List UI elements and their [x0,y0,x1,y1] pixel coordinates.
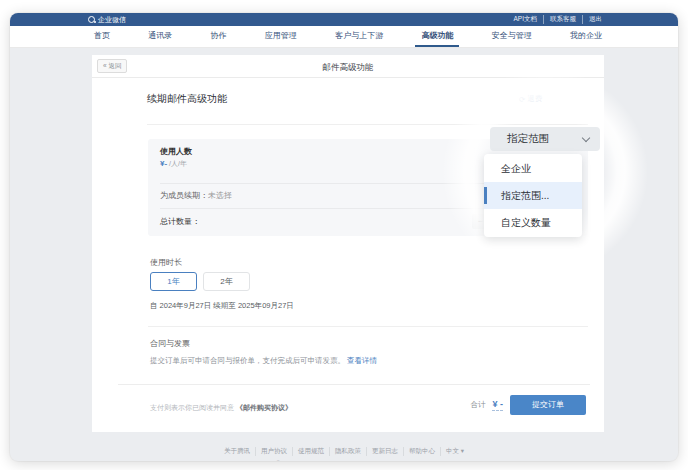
renew-heading: 续期邮件高级功能 [147,92,227,106]
api-docs-link[interactable]: API文档 [514,15,537,24]
duration-option-2year[interactable]: 2年 [203,272,250,291]
nav-item-home[interactable]: 首页 [88,26,116,47]
content-panel: « 返回 邮件高级功能 续期邮件高级功能 ⟳ 退费 使用人数 ¥- /人/年 为… [92,55,604,432]
logo-text: 企业微信 [98,15,126,25]
nav-item-customers[interactable]: 客户与上下游 [329,26,389,47]
scope-option-specified-range[interactable]: 指定范围... [484,182,582,209]
nav-item-my-company[interactable]: 我的企业 [564,26,608,47]
footer-link-user-agreement[interactable]: 用户协议 [255,447,287,456]
refresh-icon: ⟳ [519,95,525,104]
divider [118,384,590,385]
renew-period-text: 自 2024年9月27日 续期至 2025年09月27日 [150,301,294,311]
page-titlebar: « 返回 邮件高级功能 [92,55,604,78]
total-quantity-label: 总计数量： [160,216,200,227]
footer-link-language[interactable]: 中文 ▾ [440,447,464,456]
scope-option-whole-company[interactable]: 全企业 [484,155,582,182]
footer: 关于腾讯 用户协议 使用规范 隐私政策 更新日志 帮助中心 中文 ▾ © 199… [10,439,678,461]
usage-price: ¥- /人/年 [160,159,187,169]
scope-option-custom-quantity[interactable]: 自定义数量 [484,209,582,236]
scope-dropdown-value: 指定范围 [507,132,549,146]
wecom-logo: 企业微信 [88,15,126,25]
footer-link-changelog[interactable]: 更新日志 [366,447,398,456]
top-links: API文档 联系客服 退出 [514,15,602,24]
nav-item-app-management[interactable]: 应用管理 [259,26,303,47]
view-details-link[interactable]: 查看详情 [347,356,377,365]
footer-link-about[interactable]: 关于腾讯 [224,447,250,456]
purchase-agreement-link[interactable]: 《邮件购买协议》 [236,404,292,411]
submit-order-button[interactable]: 提交订单 [510,395,586,415]
top-bar: 企业微信 API文档 联系客服 退出 [10,13,678,26]
agreement-text: 支付则表示你已阅读并同意 《邮件购买协议》 [150,403,292,413]
duration-option-1year[interactable]: 1年 [150,272,197,291]
main-nav: 首页 通讯录 协作 应用管理 客户与上下游 高级功能 安全与管理 我的企业 [10,26,678,48]
divider [147,124,588,125]
member-renew-row[interactable]: 为成员续期：未选择 [160,190,232,201]
contract-invoice-desc: 提交订单后可申请合同与报价单，支付完成后可申请发票。 查看详情 [150,356,377,366]
usage-label: 使用人数 [160,146,192,157]
refund-link[interactable]: ⟳ 退费 [519,94,542,104]
member-renew-label: 为成员续期： [160,191,208,200]
nav-item-security[interactable]: 安全与管理 [486,26,538,47]
pay-summary: 合计 ¥ - 提交订单 [470,395,586,415]
footer-link-help-center[interactable]: 帮助中心 [403,447,435,456]
divider [148,326,588,327]
member-renew-value: 未选择 [208,191,232,200]
nav-item-advanced-features[interactable]: 高级功能 [415,26,459,47]
total-label: 合计 [470,400,485,410]
contract-invoice-title: 合同与发票 [150,338,190,349]
footer-link-privacy[interactable]: 隐私政策 [329,447,361,456]
page-title: 邮件高级功能 [92,62,604,74]
nav-item-contacts[interactable]: 通讯录 [142,26,178,47]
duration-label: 使用时长 [150,257,182,268]
wecom-logo-icon [88,16,95,23]
nav-item-collaboration[interactable]: 协作 [205,26,233,47]
scope-dropdown-menu: 全企业 指定范围... 自定义数量 [484,154,582,237]
logout-link[interactable]: 退出 [582,15,602,24]
app-window: 企业微信 API文档 联系客服 退出 首页 通讯录 协作 应用管理 客户与上下游… [10,13,678,461]
chevron-down-icon [582,133,590,141]
total-value: ¥ - [492,399,503,411]
footer-link-usage-rules[interactable]: 使用规范 [292,447,324,456]
price-unit: /人/年 [167,160,187,167]
scope-dropdown-button[interactable]: 指定范围 [490,127,600,151]
copyright-text: © 1998 - 2024 Tencent Inc. All Rights Re… [10,460,678,461]
contact-support-link[interactable]: 联系客服 [543,15,576,24]
